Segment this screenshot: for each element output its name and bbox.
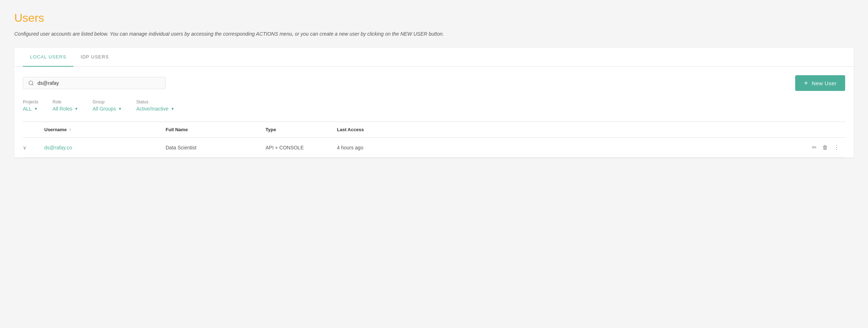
filters-row: Projects ALL ▼ Role All Roles ▼ Group Al… [23,99,845,112]
sort-asc-icon: ↑ [69,127,71,132]
filter-role: Role All Roles ▼ [52,99,78,112]
column-fullname-label: Full Name [166,127,188,132]
toolbar: + New User [23,75,845,91]
column-header-expand [23,127,44,132]
column-type-label: Type [266,127,276,132]
row-expand-toggle[interactable]: ∨ [23,145,44,150]
tabs-header: LOCAL USERS IDP USERS [14,48,854,67]
filter-group-value: All Groups [93,106,116,112]
filter-projects-label: Projects [23,99,38,104]
chevron-down-icon: ▼ [171,107,175,111]
column-header-username[interactable]: Username ↑ [44,127,166,132]
column-last-access-label: Last Access [337,127,364,132]
table-row: ∨ ds@rafay.co Data Scientist API + CONSO… [23,138,845,158]
page-title: Users [14,11,854,25]
filter-projects-value: ALL [23,106,32,112]
chevron-down-icon: ▼ [34,107,38,111]
users-table: Username ↑ Full Name Type Last Access ∨ … [23,122,845,158]
new-user-button[interactable]: + New User [795,75,845,91]
svg-line-1 [32,84,33,85]
row-last-access: 4 hours ago [337,145,437,150]
filter-group-label: Group [93,99,122,104]
column-header-last-access[interactable]: Last Access [337,127,437,132]
filter-role-value: All Roles [52,106,72,112]
row-fullname: Data Scientist [166,145,266,150]
table-header: Username ↑ Full Name Type Last Access [23,122,845,138]
new-user-label: New User [812,80,837,86]
filter-status-select[interactable]: Active/Inactive ▼ [136,106,175,112]
filter-role-label: Role [52,99,78,104]
row-actions: ✏ 🗑 ⋮ [437,144,845,151]
page-description: Configured user accounts are listed belo… [14,30,854,38]
filter-group-select[interactable]: All Groups ▼ [93,106,122,112]
column-header-type[interactable]: Type [266,127,337,132]
row-username[interactable]: ds@rafay.co [44,145,166,150]
filter-projects: Projects ALL ▼ [23,99,38,112]
tabs-container: LOCAL USERS IDP USERS + New User [14,48,854,158]
column-username-label: Username [44,127,67,132]
more-options-icon[interactable]: ⋮ [834,144,839,151]
filter-status-label: Status [136,99,175,104]
tab-content-local-users: + New User Projects ALL ▼ Role All Roles… [14,67,854,158]
filter-role-select[interactable]: All Roles ▼ [52,106,78,112]
chevron-down-icon: ▼ [118,107,122,111]
filter-projects-select[interactable]: ALL ▼ [23,106,38,112]
search-input[interactable] [37,80,160,86]
edit-icon[interactable]: ✏ [812,144,817,151]
chevron-down-icon: ▼ [75,107,79,111]
column-header-fullname[interactable]: Full Name [166,127,266,132]
tab-local-users[interactable]: LOCAL USERS [23,48,74,67]
search-wrapper [23,77,166,89]
filter-status-value: Active/Inactive [136,106,168,112]
row-type: API + CONSOLE [266,145,337,150]
column-header-actions [437,127,845,132]
tab-idp-users[interactable]: IDP USERS [74,48,116,67]
filter-group: Group All Groups ▼ [93,99,122,112]
search-icon [28,80,34,86]
filter-status: Status Active/Inactive ▼ [136,99,175,112]
new-user-plus-icon: + [804,80,808,87]
delete-icon[interactable]: 🗑 [822,144,828,151]
